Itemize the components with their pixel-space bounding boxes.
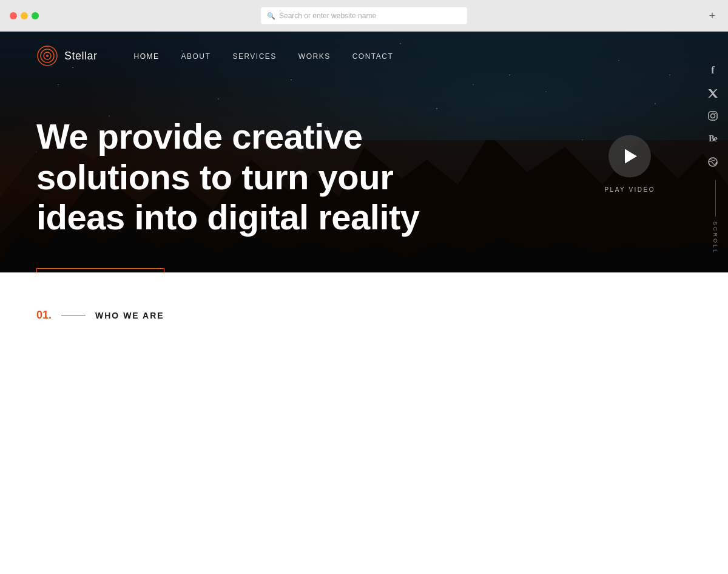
navbar: Stellar HOME ABOUT SERVICES WORKS CONTAC…: [0, 32, 728, 80]
minimize-button[interactable]: [21, 12, 28, 19]
nav-contact[interactable]: CONTACT: [352, 52, 394, 61]
logo-icon: [36, 45, 58, 67]
section-tag: 01. WHO WE ARE: [36, 309, 692, 322]
play-video-label: PLAY VIDEO: [604, 186, 655, 192]
below-hero-section: 01. WHO WE ARE: [0, 272, 728, 574]
scroll-line: [715, 180, 716, 217]
svg-point-6: [715, 113, 716, 114]
nav-home[interactable]: HOME: [134, 52, 160, 61]
hero-title-line2: solutions to turn your: [36, 157, 393, 197]
address-text: Search or enter website name: [279, 12, 376, 20]
play-button[interactable]: [608, 135, 651, 177]
behance-icon[interactable]: Be: [709, 134, 717, 144]
section-title: WHO WE ARE: [95, 311, 164, 320]
play-video-button[interactable]: PLAY VIDEO: [604, 135, 655, 192]
scroll-indicator: SCROLL: [712, 180, 718, 254]
traffic-lights: [10, 12, 39, 19]
svg-point-7: [709, 158, 717, 166]
svg-point-5: [711, 113, 715, 118]
logo-text: Stellar: [64, 50, 98, 62]
hero-title: We provide creative solutions to turn yo…: [36, 116, 425, 238]
maximize-button[interactable]: [32, 12, 39, 19]
nav-about[interactable]: ABOUT: [181, 52, 211, 61]
nav-works[interactable]: WORKS: [298, 52, 331, 61]
hero-title-line1: We provide creative: [36, 116, 362, 156]
section-number: 01.: [36, 309, 52, 322]
nav-services[interactable]: SERVICES: [232, 52, 276, 61]
new-tab-button[interactable]: +: [706, 10, 718, 22]
instagram-icon[interactable]: [708, 111, 718, 121]
dribbble-icon[interactable]: [708, 157, 718, 167]
play-triangle-icon: [625, 149, 637, 163]
hero-section: Stellar HOME ABOUT SERVICES WORKS CONTAC…: [0, 32, 728, 272]
website: Stellar HOME ABOUT SERVICES WORKS CONTAC…: [0, 32, 728, 574]
nav-links: HOME ABOUT SERVICES WORKS CONTACT: [134, 50, 394, 61]
svg-point-3: [46, 55, 49, 57]
facebook-icon[interactable]: f: [711, 65, 714, 76]
svg-rect-4: [709, 112, 717, 120]
scroll-text: SCROLL: [712, 221, 718, 254]
section-divider: [61, 315, 86, 316]
browser-chrome: 🔍 Search or enter website name +: [0, 0, 728, 32]
search-icon: 🔍: [267, 12, 275, 20]
twitter-icon[interactable]: [708, 89, 718, 98]
address-bar[interactable]: 🔍 Search or enter website name: [261, 7, 467, 24]
hero-title-line3: ideas into digital reality: [36, 197, 420, 237]
logo[interactable]: Stellar: [36, 45, 98, 67]
close-button[interactable]: [10, 12, 17, 19]
more-about-us-button[interactable]: MORE ABOUT US →: [36, 268, 164, 272]
